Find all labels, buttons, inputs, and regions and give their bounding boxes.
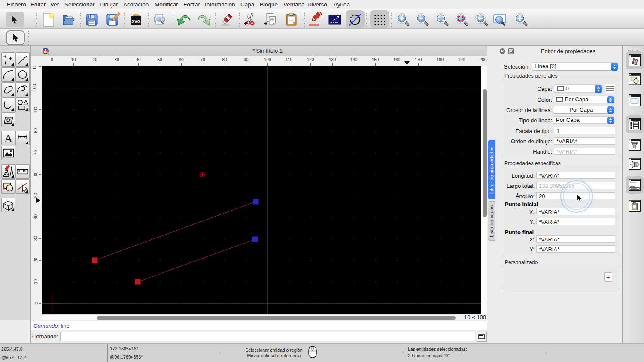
svg-text:SVG: SVG <box>131 19 140 24</box>
svg-text:A: A <box>4 132 13 145</box>
